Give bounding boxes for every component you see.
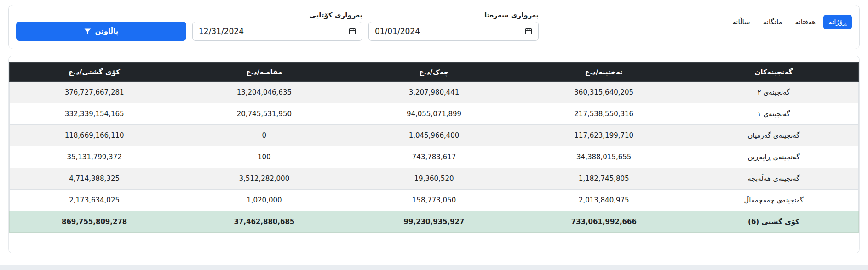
cash-value: 1,182,745,805 [519,168,689,190]
filter-button-label: پاڵاوتن [95,27,119,35]
total-value: 4,714,388,325 [10,168,179,190]
clearing-value: 20,745,531,950 [179,103,349,125]
cash-value: 34,388,015,655 [519,146,689,168]
page-bottom-strip [0,265,868,270]
table-header-row: گەنجینەکان نەختینە/د.ع چەک/د.ع مقاصه/د.ع… [10,63,859,82]
table-row: گەنجینەی ١ 217,538,550,316 94,055,071,89… [10,103,859,125]
total-value: 118,669,166,110 [10,125,179,146]
treasury-name: گەنجینەی ڕاپەڕین [689,146,858,168]
end-date-label: بەرواری کۆتایی [192,11,362,19]
filter-button[interactable]: پاڵاوتن [16,22,186,41]
treasury-name: گەنجینەی گەرمیان [689,125,858,146]
cheque-value: 94,055,071,899 [349,103,519,125]
cheque-value: 1,045,966,400 [349,125,519,146]
cash-value: 217,538,550,316 [519,103,689,125]
col-header-clearing: مقاصه/د.ع [179,63,349,82]
cash-value: 117,623,199,710 [519,125,689,146]
treasury-name: گەنجینەی ١ [689,103,858,125]
clearing-grand-total: 37,462,880,685 [179,211,349,233]
total-value: 2,173,634,025 [10,190,179,211]
start-date-input[interactable]: 01/01/2024 [368,22,539,41]
treasury-dashboard-page: ڕۆژانە هەفتانە مانگانە ساڵانە بەرواری سە… [0,0,868,270]
col-header-cheque: چەک/د.ع [349,63,519,82]
table-row: گەنجینەی ڕاپەڕین 34,388,015,655 743,783,… [10,146,859,168]
end-date-field: بەرواری کۆتایی 12/31/2024 [192,11,362,41]
col-header-treasuries: گەنجینەکان [689,63,858,82]
clearing-value: 0 [179,125,349,146]
tab-monthly[interactable]: مانگانە [758,15,788,29]
funnel-icon [84,28,91,35]
total-value: 376,727,667,281 [10,82,179,103]
cheque-value: 19,360,520 [349,168,519,190]
cash-value: 2,013,840,975 [519,190,689,211]
calendar-icon[interactable] [349,28,356,35]
total-value: 35,131,799,372 [10,146,179,168]
cheque-value: 3,207,980,441 [349,82,519,103]
treasury-name: گەنجینەی چەمچەماڵ [689,190,858,211]
table-row: گەنجینەی هەڵەبجە 1,182,745,805 19,360,52… [10,168,859,190]
start-date-label: بەرواری سەرەتا [368,11,539,19]
tab-weekly[interactable]: هەفتانە [790,15,821,29]
start-date-value: 01/01/2024 [375,27,420,36]
clearing-value: 1,020,000 [179,190,349,211]
grand-total-label: کۆی گشتی (6) [689,211,858,233]
cash-grand-total: 733,061,992,666 [519,211,689,233]
date-filter-group: بەرواری سەرەتا 01/01/2024 بەرواری کۆتایی [16,11,539,41]
cheque-value: 158,773,050 [349,190,519,211]
grand-total-row: کۆی گشتی (6) 733,061,992,666 99,230,935,… [10,211,859,233]
filter-card: ڕۆژانە هەفتانە مانگانە ساڵانە بەرواری سە… [8,5,860,49]
clearing-value: 13,204,046,635 [179,82,349,103]
grand-total-value: 869,755,809,278 [10,211,179,233]
col-header-grand-total: کۆی گشتی/د.ع [10,63,179,82]
treasury-name: گەنجینەی هەڵەبجە [689,168,858,190]
end-date-value: 12/31/2024 [199,27,244,36]
col-header-cash: نەختینە/د.ع [519,63,689,82]
tab-yearly[interactable]: ساڵانە [727,15,755,29]
start-date-field: بەرواری سەرەتا 01/01/2024 [368,11,539,41]
total-value: 332,339,154,165 [10,103,179,125]
cash-value: 360,315,640,205 [519,82,689,103]
end-date-input[interactable]: 12/31/2024 [192,22,362,41]
tab-daily[interactable]: ڕۆژانە [823,15,852,29]
clearing-value: 3,512,282,000 [179,168,349,190]
table-row: گەنجینەی گەرمیان 117,623,199,710 1,045,9… [10,125,859,146]
period-tabs: ڕۆژانە هەفتانە مانگانە ساڵانە [727,15,852,29]
treasury-table: گەنجینەکان نەختینە/د.ع چەک/د.ع مقاصه/د.ع… [9,62,859,233]
treasury-name: گەنجینەی ٢ [689,82,858,103]
table-row: گەنجینەی ٢ 360,315,640,205 3,207,980,441… [10,82,859,103]
treasury-table-card: گەنجینەکان نەختینە/د.ع چەک/د.ع مقاصه/د.ع… [8,56,860,253]
clearing-value: 100 [179,146,349,168]
cheque-grand-total: 99,230,935,927 [349,211,519,233]
calendar-icon[interactable] [525,28,532,35]
table-row: گەنجینەی چەمچەماڵ 2,013,840,975 158,773,… [10,190,859,211]
cheque-value: 743,783,617 [349,146,519,168]
